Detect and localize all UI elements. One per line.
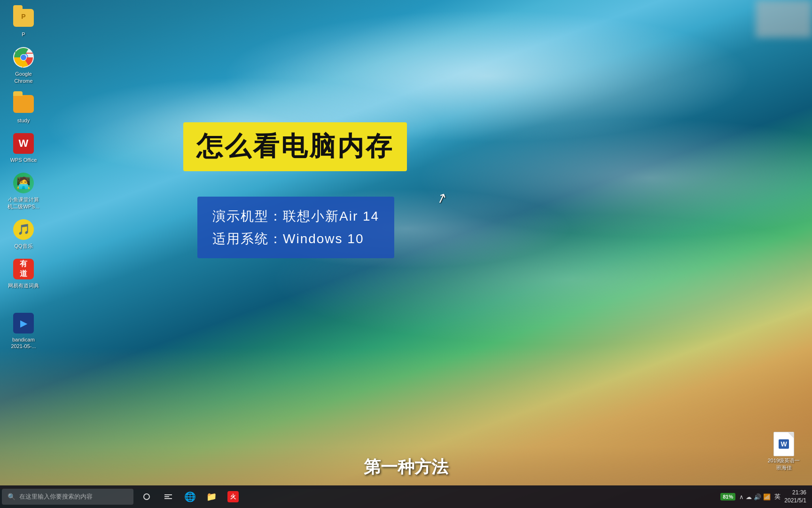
subtitle-text: 第一种方法 <box>364 456 448 479</box>
wps-icon: W <box>12 132 35 155</box>
desktop-icons-right: W 2019级英语一班海佳 <box>765 431 803 477</box>
info-line1: 演示机型：联想小新Air 14 <box>212 205 379 228</box>
youdao-label: 网易有道词典 <box>8 282 39 289</box>
clock-date: 2021/5/1 <box>784 497 806 505</box>
clock-time: 21:36 <box>784 489 806 497</box>
battery-percentage: 81% <box>720 493 735 500</box>
desktop-icon-folder-p[interactable]: P P <box>5 5 42 40</box>
taskbar: 🔍 在这里输入你要搜索的内容 🌐 📁 <box>0 485 812 508</box>
info-banner-text: 演示机型：联想小新Air 14 适用系统：Windows 10 <box>212 205 379 250</box>
desktop-icon-bandicam[interactable]: ▶ bandicam 2021-05-... <box>5 310 42 352</box>
info-line2: 适用系统：Windows 10 <box>212 228 379 250</box>
word-doc-icon: W <box>773 433 795 455</box>
taskview-icon <box>164 494 172 499</box>
title-banner-text: 怎么看电脑内存 <box>196 129 394 165</box>
taskbar-search-icon[interactable] <box>137 487 156 506</box>
red-app-icon: 火 <box>227 491 239 502</box>
cloud-icon: ☁ <box>746 493 752 500</box>
study-folder-icon <box>12 93 35 115</box>
desktop-icon-xiaoyukecheng[interactable]: 🧑‍💻 小鱼课堂计算机二级WPS... <box>5 170 42 212</box>
taskview-bar1 <box>164 494 172 495</box>
desktop-icons: P P <box>0 0 47 361</box>
xiaoyukecheng-label: 小鱼课堂计算机二级WPS... <box>7 196 40 210</box>
qqmusic-label: QQ音乐 <box>14 243 32 249</box>
edge-icon: 🌐 <box>184 491 196 502</box>
search-icon: 🔍 <box>8 493 16 500</box>
chrome-icon <box>12 46 35 69</box>
folder-p-label: P <box>22 31 25 38</box>
search-placeholder: 在这里输入你要搜索的内容 <box>19 492 93 501</box>
tray-icons: ∧ ☁ 🔊 📶 <box>739 493 771 500</box>
wps-label: WPS Office <box>10 157 37 163</box>
taskbar-taskview[interactable] <box>159 487 178 506</box>
taskbar-app-icons: 🌐 📁 火 <box>137 487 242 506</box>
desktop-icon-qqmusic[interactable]: 🎵 QQ音乐 <box>5 216 42 251</box>
file-explorer-icon: 📁 <box>206 492 217 502</box>
xiaoyukecheng-icon: 🧑‍💻 <box>12 172 35 194</box>
volume-icon[interactable]: 🔊 <box>754 493 761 500</box>
bandicam-label: bandicam 2021-05-... <box>7 336 40 350</box>
clock-area[interactable]: 21:36 2021/5/1 <box>784 489 806 505</box>
taskbar-right: 81% ∧ ☁ 🔊 📶 英 21:36 2021/5/1 <box>720 489 812 505</box>
wifi-icon[interactable]: 📶 <box>763 493 771 500</box>
taskbar-red-app[interactable]: 火 <box>224 487 242 506</box>
chrome-label: Google Chrome <box>7 71 40 84</box>
taskbar-search[interactable]: 🔍 在这里输入你要搜索的内容 <box>2 489 133 505</box>
desktop-icon-youdao[interactable]: 有道 网易有道词典 <box>5 256 42 291</box>
taskbar-file-explorer[interactable]: 📁 <box>202 487 221 506</box>
folder-p-icon: P <box>12 7 35 29</box>
title-banner: 怎么看电脑内存 <box>183 122 407 171</box>
blurred-region <box>756 0 812 38</box>
info-banner: 演示机型：联想小新Air 14 适用系统：Windows 10 <box>197 197 394 258</box>
taskview-bar3 <box>164 498 172 499</box>
desktop-icon-wps[interactable]: W WPS Office <box>5 130 42 165</box>
qqmusic-icon: 🎵 <box>12 218 35 241</box>
youdao-icon: 有道 <box>12 258 35 280</box>
bandicam-icon: ▶ <box>12 312 35 334</box>
worddoc-label: 2019级英语一班海佳 <box>767 457 801 471</box>
svg-point-5 <box>21 55 26 60</box>
desktop-icon-worddoc[interactable]: W 2019级英语一班海佳 <box>765 431 803 473</box>
taskbar-edge[interactable]: 🌐 <box>180 487 199 506</box>
study-label: study <box>17 117 30 124</box>
search-circle-icon <box>143 493 150 500</box>
language-indicator[interactable]: 英 <box>774 492 781 501</box>
desktop: P P <box>0 0 812 508</box>
desktop-icon-chrome[interactable]: Google Chrome <box>5 44 42 86</box>
battery-area[interactable]: 81% <box>720 493 735 500</box>
chevron-up-icon[interactable]: ∧ <box>739 493 744 500</box>
desktop-icon-study[interactable]: study <box>5 91 42 126</box>
taskview-bar2 <box>164 496 169 497</box>
